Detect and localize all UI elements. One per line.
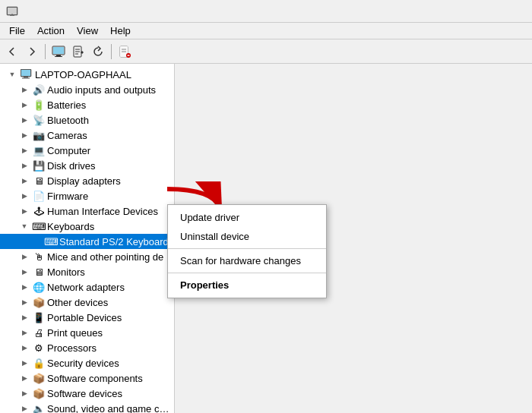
expand-btn-cameras[interactable]: ▶ xyxy=(18,129,30,141)
expand-btn-sound[interactable]: ▶ xyxy=(18,402,30,413)
icon-swdevices: 📦 xyxy=(33,387,45,399)
label-batteries: Batteries xyxy=(47,99,86,111)
expand-btn-swcomp[interactable]: ▶ xyxy=(18,372,30,384)
menu-item-action[interactable]: Action xyxy=(31,24,71,38)
tree-item-monitors[interactable]: ▶🖥Monitors xyxy=(0,264,174,279)
icon-computer: 💻 xyxy=(33,144,45,156)
icon-security: 🔒 xyxy=(33,357,45,369)
label-cameras: Cameras xyxy=(47,130,87,141)
back-button[interactable] xyxy=(3,43,21,61)
toolbar-separator-2 xyxy=(111,44,112,59)
refresh-icon-btn[interactable] xyxy=(89,43,107,61)
ctx-item-scan[interactable]: Scan for hardware changes xyxy=(168,251,326,270)
svg-rect-5 xyxy=(53,47,64,54)
device-tree[interactable]: ▼ LAPTOP-OAGPHAAL ▶🔊Audio inputs and out… xyxy=(0,64,175,413)
tree-item-hid[interactable]: ▶🕹Human Interface Devices xyxy=(0,203,174,219)
computer-icon-btn[interactable] xyxy=(49,43,68,61)
computer-icon xyxy=(21,68,33,80)
tree-item-network[interactable]: ▶🌐Network adapters xyxy=(0,279,174,295)
tree-item-cameras[interactable]: ▶📷Cameras xyxy=(0,128,174,143)
tree-item-firmware[interactable]: ▶📄Firmware xyxy=(0,188,174,203)
tree-item-stdkbd[interactable]: ▶⌨Standard PS/2 Keyboard xyxy=(0,234,174,249)
icon-stdkbd: ⌨ xyxy=(45,235,57,247)
tree-item-security[interactable]: ▶🔒Security devices xyxy=(0,355,174,370)
tree-item-audio[interactable]: ▶🔊Audio inputs and outputs xyxy=(0,82,174,97)
expand-btn-mice[interactable]: ▶ xyxy=(18,251,30,263)
icon-firmware: 📄 xyxy=(33,190,45,202)
menu-item-view[interactable]: View xyxy=(71,24,104,38)
minimize-button[interactable] xyxy=(486,2,506,21)
expand-btn-other[interactable]: ▶ xyxy=(18,296,30,308)
label-swcomp: Software components xyxy=(47,373,143,384)
ctx-item-uninstall[interactable]: Uninstall device xyxy=(168,227,326,246)
expand-btn-hid[interactable]: ▶ xyxy=(18,205,30,217)
expand-btn-bluetooth[interactable]: ▶ xyxy=(18,114,30,126)
tree-item-sound[interactable]: ▶🔈Sound, video and game controllers xyxy=(0,401,174,413)
expand-btn-swdevices[interactable]: ▶ xyxy=(18,387,30,399)
expand-btn-computer[interactable]: ▶ xyxy=(18,144,30,156)
tree-item-swdevices[interactable]: ▶📦Software devices xyxy=(0,386,174,401)
remove-icon-btn[interactable] xyxy=(116,43,134,61)
tree-item-bluetooth[interactable]: ▶📡Bluetooth xyxy=(0,112,174,128)
expand-btn-print[interactable]: ▶ xyxy=(18,326,30,339)
menu-bar: FileActionViewHelp xyxy=(0,23,532,39)
expand-btn-keyboards[interactable]: ▼ xyxy=(18,220,30,232)
properties-icon-btn[interactable] xyxy=(69,43,87,61)
ctx-separator xyxy=(168,248,326,249)
icon-sound: 🔈 xyxy=(33,402,45,413)
expand-btn-batteries[interactable]: ▶ xyxy=(18,99,30,111)
expand-btn-diskdrives[interactable]: ▶ xyxy=(18,159,30,172)
icon-swcomp: 📦 xyxy=(33,372,45,384)
icon-keyboards: ⌨ xyxy=(33,220,45,232)
tree-item-swcomp[interactable]: ▶📦Software components xyxy=(0,370,174,386)
expand-btn-security[interactable]: ▶ xyxy=(18,357,30,369)
label-portable: Portable Devices xyxy=(47,312,122,323)
tree-item-other[interactable]: ▶📦Other devices xyxy=(0,295,174,310)
tree-item-processors[interactable]: ▶⚙Processors xyxy=(0,340,174,355)
menu-item-file[interactable]: File xyxy=(3,24,31,38)
tree-item-computer[interactable]: ▶💻Computer xyxy=(0,143,174,158)
tree-item-print[interactable]: ▶🖨Print queues xyxy=(0,325,174,340)
label-diskdrives: Disk drives xyxy=(47,160,96,172)
icon-bluetooth: 📡 xyxy=(33,114,45,126)
expand-btn-audio[interactable]: ▶ xyxy=(18,84,30,96)
expand-btn-processors[interactable]: ▶ xyxy=(18,342,30,354)
expand-btn-network[interactable]: ▶ xyxy=(18,281,30,293)
tree-item-diskdrives[interactable]: ▶💾Disk drives xyxy=(0,158,174,173)
icon-audio: 🔊 xyxy=(33,84,45,96)
ctx-item-update[interactable]: Update driver xyxy=(168,208,326,227)
icon-mice: 🖱 xyxy=(33,251,45,263)
icon-monitors: 🖥 xyxy=(33,266,45,278)
tree-root[interactable]: ▼ LAPTOP-OAGPHAAL xyxy=(0,67,174,82)
icon-hid: 🕹 xyxy=(33,205,45,217)
toolbar-separator-1 xyxy=(45,44,46,59)
tree-item-display[interactable]: ▶🖥Display adapters xyxy=(0,173,174,188)
svg-rect-7 xyxy=(55,56,62,57)
tree-item-mice[interactable]: ▶🖱Mice and other pointing de xyxy=(0,249,174,264)
label-firmware: Firmware xyxy=(47,191,88,202)
root-expand[interactable]: ▼ xyxy=(6,68,18,80)
ctx-separator xyxy=(168,273,326,273)
forward-button[interactable] xyxy=(23,43,41,61)
menu-item-help[interactable]: Help xyxy=(104,24,137,38)
label-bluetooth: Bluetooth xyxy=(47,115,89,126)
icon-processors: ⚙ xyxy=(33,342,45,354)
tree-item-keyboards[interactable]: ▼⌨Keyboards xyxy=(0,219,174,234)
ctx-item-properties[interactable]: Properties xyxy=(168,276,326,295)
expand-btn-portable[interactable]: ▶ xyxy=(18,311,30,323)
tree-item-portable[interactable]: ▶📱Portable Devices xyxy=(0,310,174,325)
close-button[interactable] xyxy=(506,2,526,21)
root-label: LAPTOP-OAGPHAAL xyxy=(35,69,131,80)
label-print: Print queues xyxy=(47,327,103,339)
svg-rect-21 xyxy=(22,78,30,79)
tree-item-batteries[interactable]: ▶🔋Batteries xyxy=(0,97,174,112)
label-display: Display adapters xyxy=(47,175,121,187)
expand-btn-display[interactable]: ▶ xyxy=(18,175,30,187)
expand-btn-firmware[interactable]: ▶ xyxy=(18,190,30,202)
label-keyboards: Keyboards xyxy=(47,221,94,232)
expand-btn-monitors[interactable]: ▶ xyxy=(18,266,30,278)
context-menu: Update driverUninstall deviceScan for ha… xyxy=(167,204,327,298)
icon-network: 🌐 xyxy=(33,281,45,293)
icon-portable: 📱 xyxy=(33,311,45,323)
label-other: Other devices xyxy=(47,297,108,308)
